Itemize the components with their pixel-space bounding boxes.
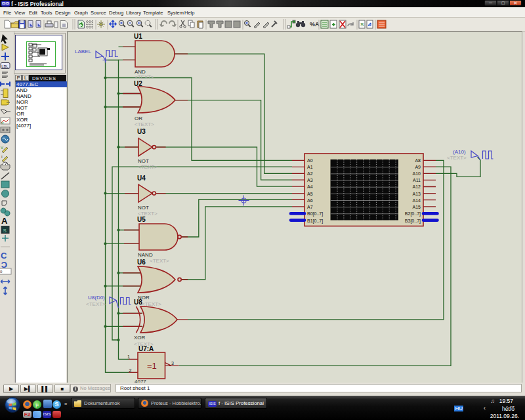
svg-text:<TEXT>: <TEXT> bbox=[135, 121, 154, 127]
svg-text:A14: A14 bbox=[413, 198, 421, 203]
svg-text:LBL: LBL bbox=[1, 64, 9, 68]
svg-text:A: A bbox=[1, 216, 8, 226]
svg-text:C: C bbox=[1, 251, 7, 261]
svg-text:A4: A4 bbox=[307, 184, 313, 189]
svg-text:S: S bbox=[3, 228, 7, 234]
svg-text:U2: U2 bbox=[134, 80, 142, 87]
svg-text:B0[0..7]: B0[0..7] bbox=[307, 211, 323, 217]
svg-text:A13: A13 bbox=[413, 192, 421, 196]
svg-text:OR: OR bbox=[135, 116, 142, 121]
svg-text:<TEXT>: <TEXT> bbox=[134, 341, 154, 347]
svg-text:NOT: NOT bbox=[138, 158, 149, 164]
svg-text:U4: U4 bbox=[137, 175, 146, 182]
svg-text:A0: A0 bbox=[307, 158, 313, 163]
svg-text:A12: A12 bbox=[413, 184, 421, 189]
svg-text:A11: A11 bbox=[413, 178, 421, 182]
svg-text:A5: A5 bbox=[307, 192, 313, 196]
svg-text:A3: A3 bbox=[307, 178, 313, 182]
svg-text:V: V bbox=[1, 146, 3, 150]
svg-text:%A: %A bbox=[310, 21, 320, 28]
svg-text:A1: A1 bbox=[307, 165, 313, 169]
svg-text:I: I bbox=[1, 155, 3, 159]
svg-text:XOR: XOR bbox=[134, 335, 146, 341]
svg-text:B2[0..7]: B2[0..7] bbox=[405, 211, 421, 217]
svg-text:2: 2 bbox=[129, 368, 132, 373]
svg-text:<TEXT>: <TEXT> bbox=[138, 211, 158, 217]
svg-text:B1[0..7]: B1[0..7] bbox=[307, 219, 323, 224]
svg-text:U5: U5 bbox=[137, 216, 146, 223]
svg-text:U3: U3 bbox=[137, 128, 146, 135]
svg-text:<TEXT>: <TEXT> bbox=[138, 164, 158, 170]
svg-text:B3[0..7]: B3[0..7] bbox=[405, 219, 421, 224]
svg-text:iv: iv bbox=[1, 121, 4, 125]
svg-text:A2: A2 bbox=[307, 171, 313, 176]
svg-text:A7: A7 bbox=[307, 205, 313, 209]
svg-text:A8: A8 bbox=[415, 158, 421, 163]
svg-text:3: 3 bbox=[171, 361, 174, 366]
svg-text:(A10): (A10) bbox=[453, 149, 466, 155]
svg-text:U6: U6 bbox=[137, 259, 146, 266]
svg-text:U8(D0): U8(D0) bbox=[88, 295, 105, 301]
svg-text:NAND: NAND bbox=[138, 252, 153, 258]
svg-text:A9: A9 bbox=[415, 165, 421, 169]
svg-text:1: 1 bbox=[127, 354, 130, 359]
svg-text:<TEXT>: <TEXT> bbox=[447, 155, 467, 161]
svg-text:NOR: NOR bbox=[138, 295, 150, 301]
svg-text:<TEXT>: <TEXT> bbox=[135, 74, 154, 80]
svg-text:LABEL: LABEL bbox=[75, 49, 91, 54]
svg-text:A15: A15 bbox=[413, 205, 421, 209]
svg-text:A6: A6 bbox=[307, 198, 313, 203]
svg-text:U1: U1 bbox=[134, 33, 142, 40]
svg-text:NOT: NOT bbox=[138, 205, 149, 211]
svg-text:A10: A10 bbox=[413, 171, 421, 176]
svg-text:=1: =1 bbox=[147, 361, 157, 371]
svg-text:<TEXT>: <TEXT> bbox=[86, 301, 106, 307]
svg-text:<TEXT>: <TEXT> bbox=[150, 258, 169, 264]
svg-text:S: S bbox=[360, 22, 364, 28]
svg-text:<TEXT>: <TEXT> bbox=[142, 301, 161, 307]
